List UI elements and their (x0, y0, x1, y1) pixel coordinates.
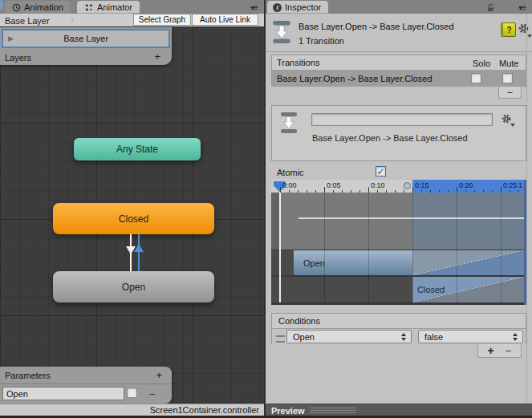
animator-toolbar: Base Layer › Select Graph Auto Live Link (0, 14, 264, 27)
playhead-line[interactable] (279, 193, 281, 302)
ruler-major-tick (501, 187, 502, 193)
parameter-name-field[interactable] (2, 387, 124, 400)
transition-detail-box: Base Layer.Open -> Base Layer.Closed (271, 105, 526, 161)
transition-icon (272, 20, 291, 44)
timeline-gridline (457, 193, 457, 302)
mute-column-label: Mute (499, 59, 518, 68)
inspector-panel: i Inspector ▾≡ Base Layer.Open -> Base L… (266, 0, 532, 418)
mute-checkbox[interactable] (502, 73, 513, 83)
dropdown-arrows-icon (513, 333, 518, 341)
tab-inspector-label: Inspector (285, 2, 321, 12)
remove-parameter-button[interactable]: − (149, 388, 156, 400)
transition-arrow-open-to-closed-selected[interactable] (138, 234, 140, 271)
tab-animation-label: Animation (24, 2, 63, 12)
state-machine-graph[interactable]: ▶ Base Layer Layers + Any State Closed O… (0, 26, 264, 404)
ruler-tick-label: 0:00 (282, 181, 297, 189)
track-open: Open (271, 250, 524, 275)
breadcrumb-chevron-icon: › (71, 13, 74, 25)
info-icon: i (273, 3, 282, 12)
remove-condition-button[interactable]: − (506, 345, 512, 357)
controller-status-bar: Screen1Container.controller (0, 404, 264, 416)
condition-value: false (424, 332, 443, 342)
ruler-edge-label: 1 (518, 181, 522, 189)
transition-arrowhead-up-icon (134, 244, 144, 252)
gear-dropdown-arrow-icon (510, 124, 515, 127)
auto-live-link-button[interactable]: Auto Live Link (192, 14, 258, 26)
transition-timeline[interactable]: 1 0:000:050:100:150:200:25 Open (271, 180, 527, 305)
clip-bar-closed[interactable]: Closed (412, 277, 524, 302)
state-node-open[interactable]: Open (53, 271, 214, 302)
timeline-upper-area (271, 193, 524, 250)
help-icon[interactable]: ? (501, 22, 516, 37)
docked-tab-fragment (0, 0, 3, 10)
parameters-widget: Parameters + − (0, 367, 172, 404)
ruler-tick-label: 0:15 (415, 181, 429, 189)
breadcrumb[interactable]: Base Layer (5, 16, 50, 26)
gear-icon[interactable] (501, 113, 512, 124)
auto-live-link-label: Auto Live Link (200, 15, 250, 24)
state-node-closed[interactable]: Closed (53, 203, 214, 234)
minus-glyph: − (507, 87, 514, 99)
clip-bar-open[interactable]: Open (294, 250, 412, 275)
ruler-tick-label: 0:25 (503, 181, 518, 189)
add-parameter-button[interactable]: + (156, 369, 162, 381)
controller-path-label: Screen1Container.controller (150, 405, 259, 415)
ruler-tick-label: 0:20 (459, 181, 473, 189)
transition-name-field[interactable] (311, 113, 493, 126)
layers-header-label: Layers (5, 53, 31, 63)
conditions-header-label: Conditions (278, 316, 320, 326)
parameters-header: Parameters + (0, 367, 172, 384)
inspector-menu-icon[interactable]: ▾≡ (518, 3, 526, 12)
atomic-label: Atomic (277, 168, 304, 177)
transitions-header-label: Transitions (277, 58, 319, 67)
tab-animation[interactable]: Animation (5, 1, 71, 14)
parameters-header-label: Parameters (5, 371, 51, 380)
panel-menu-icon[interactable]: ▾≡ (250, 3, 258, 12)
solo-checkbox[interactable] (471, 73, 481, 83)
transition-count: 1 Transition (298, 36, 344, 46)
condition-value-dropdown[interactable]: false (418, 330, 523, 343)
parameter-bool-checkbox[interactable] (127, 388, 137, 398)
transition-start-marker-icon[interactable] (404, 182, 411, 189)
timeline-gridline (368, 193, 369, 302)
condition-parameter-value: Open (293, 332, 315, 342)
add-layer-button[interactable]: + (154, 51, 160, 63)
foldout-play-icon[interactable]: ▶ (8, 34, 14, 43)
ruler-major-tick (368, 187, 369, 193)
select-graph-button[interactable]: Select Graph (133, 14, 191, 26)
preview-drag-handle-icon[interactable] (310, 408, 356, 413)
transition-duration-line[interactable] (298, 217, 524, 219)
timeline-gridline (324, 193, 325, 302)
inspector-tabbar: i Inspector ▾≡ (266, 0, 532, 14)
condition-row: Open false (272, 328, 526, 345)
state-node-any-state[interactable]: Any State (74, 138, 201, 160)
tab-animator[interactable]: Animator (77, 1, 140, 14)
preview-label: Preview (271, 406, 305, 416)
dropdown-arrows-icon (401, 333, 406, 341)
conditions-header: Conditions (272, 314, 526, 329)
drag-handle-icon[interactable] (276, 335, 285, 343)
ruler-major-tick (457, 187, 457, 193)
atomic-checkbox[interactable]: ✓ (376, 166, 386, 177)
select-graph-label: Select Graph (139, 15, 185, 24)
gear-icon[interactable] (518, 22, 530, 34)
lock-icon[interactable] (486, 3, 495, 12)
solo-column-label: Solo (473, 59, 490, 68)
layer-row-label: Base Layer (63, 34, 108, 43)
transition-list-row[interactable]: Base Layer.Open -> Base Layer.Closed (272, 71, 526, 87)
add-condition-button[interactable]: + (488, 344, 494, 357)
timeline-ruler[interactable]: 1 0:000:050:100:150:200:25 (271, 180, 524, 193)
transition-detail-label: Base Layer.Open -> Base Layer.Closed (312, 133, 468, 143)
gear-dropdown-arrow-icon (527, 34, 532, 38)
layers-header: Layers + (0, 50, 172, 65)
condition-add-remove-buttons: + − (477, 344, 522, 358)
transitions-header: Transitions Solo Mute (272, 55, 526, 71)
animator-icon (84, 3, 94, 12)
tab-inspector[interactable]: i Inspector (267, 1, 328, 14)
scroll-gutter-line (526, 14, 527, 404)
timeline-gridline (412, 193, 413, 302)
layer-row-base-layer[interactable]: ▶ Base Layer (2, 29, 170, 48)
remove-transition-button[interactable]: − (498, 87, 522, 99)
preview-bar[interactable]: Preview (266, 404, 532, 416)
condition-parameter-dropdown[interactable]: Open (286, 330, 412, 343)
